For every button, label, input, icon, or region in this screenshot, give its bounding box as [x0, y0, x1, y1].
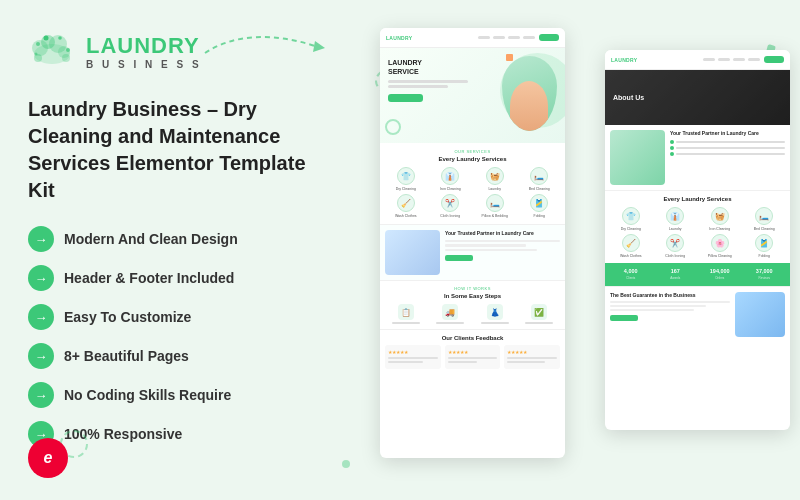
service-item: 🧺 Laundry — [474, 167, 516, 191]
arrow-icon-1 — [28, 265, 54, 291]
step-item: 👗 — [474, 304, 516, 324]
step-item: 📋 — [385, 304, 427, 324]
mockup-nav-logo: LAUNDRY — [386, 35, 412, 41]
nav-link — [748, 58, 760, 61]
service-label: Dry Cleaning — [396, 187, 416, 191]
step-icon: ✅ — [531, 304, 547, 320]
service-item: ✂️ Cloth Ironing — [655, 234, 697, 258]
feature-item: No Coding Skills Require — [28, 382, 330, 408]
nav-link — [478, 36, 490, 39]
service-label: Wash Clothes — [395, 214, 417, 218]
nav-links — [478, 36, 535, 39]
mockup-main: LAUNDRY LAUNDRYSERVICE — [380, 28, 565, 458]
service-label: Bed Cleaning — [529, 187, 550, 191]
step-icon: 👗 — [487, 304, 503, 320]
mockup-hero: LAUNDRYSERVICE — [380, 48, 565, 143]
stat-item: 4,000 Clients — [610, 269, 652, 280]
feedback-card: ★★★★★ — [385, 345, 441, 369]
svg-point-9 — [58, 36, 62, 40]
about-list-item — [670, 152, 785, 156]
service-item: 🎽 Folding — [744, 234, 786, 258]
trusted-image — [385, 230, 440, 275]
about-list-item — [670, 140, 785, 144]
mockup-trusted-section: Your Trusted Partner in Laundry Care — [380, 225, 565, 281]
about-image — [610, 130, 665, 185]
stars: ★★★★★ — [388, 349, 438, 355]
main-heading: Laundry Business – Dry Cleaning and Main… — [28, 96, 330, 204]
service-label: Pillow Cleaning — [708, 254, 732, 258]
service-label: Bed Cleaning — [754, 227, 775, 231]
service-label: Cloth Ironing — [440, 214, 460, 218]
stat-number: 194,000 — [699, 269, 741, 275]
trusted-content: Your Trusted Partner in Laundry Care — [445, 230, 560, 275]
elementor-badge: e — [28, 438, 68, 478]
secondary-services-title: Every Laundry Services — [610, 196, 785, 202]
step-icon: 🚚 — [442, 304, 458, 320]
service-label: Laundry — [488, 187, 501, 191]
feature-label-0: Modern And Clean Design — [64, 231, 238, 247]
deco-orange-square — [506, 54, 513, 61]
feedback-text — [388, 357, 438, 359]
about-list-item — [670, 146, 785, 150]
service-item: 👕 Dry Cleaning — [610, 207, 652, 231]
about-dot — [670, 152, 674, 156]
feature-label-2: Easy To Customize — [64, 309, 191, 325]
trusted-line — [445, 249, 537, 252]
about-hero: About Us — [605, 70, 790, 125]
about-item-text — [676, 147, 785, 149]
service-item: 🛏️ Bed Cleaning — [744, 207, 786, 231]
service-icon: 🌸 — [711, 234, 729, 252]
steps-grid: 📋 🚚 👗 ✅ — [385, 304, 560, 324]
logo-sub: B U S I N E S S — [86, 59, 202, 70]
feedback-text — [448, 357, 498, 359]
secondary-nav-cta — [764, 56, 784, 63]
service-icon: 🧹 — [622, 234, 640, 252]
nav-cta-button — [539, 34, 559, 41]
nav-link — [493, 36, 505, 39]
elementor-letter: e — [44, 449, 53, 467]
feature-list: Modern And Clean Design Header & Footer … — [28, 226, 330, 447]
service-icon: 🎽 — [755, 234, 773, 252]
mockup-feedback-section: Our Clients Feedback ★★★★★ ★★★★★ ★★★★★ — [380, 330, 565, 374]
feedback-card: ★★★★★ — [445, 345, 501, 369]
hero-cta-button — [388, 94, 423, 102]
feedback-title: Our Clients Feedback — [385, 335, 560, 341]
trusted-button — [445, 255, 473, 261]
service-item: 👕 Dry Cleaning — [385, 167, 427, 191]
service-item: 👔 Iron Cleaning — [430, 167, 472, 191]
arrow-icon-2 — [28, 304, 54, 330]
svg-marker-12 — [313, 41, 325, 52]
service-icon: 🧹 — [397, 194, 415, 212]
service-icon: 🛏️ — [486, 194, 504, 212]
logo-text-group: LAUNDRY B U S I N E S S — [86, 35, 202, 70]
secondary-nav-links — [703, 58, 760, 61]
service-item: 🛏️ Pillow & Bedding — [474, 194, 516, 218]
guarantee-content: The Best Guarantee in the Business — [610, 292, 730, 337]
feature-label-1: Header & Footer Included — [64, 270, 234, 286]
feedback-text — [388, 361, 423, 363]
nav-link — [703, 58, 715, 61]
about-title: About Us — [613, 94, 644, 101]
stars: ★★★★★ — [448, 349, 498, 355]
stats-bar: 4,000 Clients 167 Awards 194,000 Orders … — [605, 263, 790, 286]
service-icon: 👔 — [666, 207, 684, 225]
mockup-services-section: OUR SERVICES Every Laundry Services 👕 Dr… — [380, 143, 565, 225]
service-label: Pillow & Bedding — [482, 214, 508, 218]
feature-item: Easy To Customize — [28, 304, 330, 330]
about-item-text — [676, 141, 785, 143]
guarantee-line — [610, 309, 694, 311]
arrow-icon-4 — [28, 382, 54, 408]
feature-item: 8+ Beautiful Pages — [28, 343, 330, 369]
stat-number: 37,000 — [744, 269, 786, 275]
stat-label: Orders — [699, 276, 741, 280]
service-icon: 🛏️ — [755, 207, 773, 225]
service-label: Cloth Ironing — [665, 254, 685, 258]
nav-link — [733, 58, 745, 61]
about-item-text — [676, 153, 785, 155]
service-item: 🧹 Wash Clothes — [610, 234, 652, 258]
service-label: Iron Cleaning — [440, 187, 461, 191]
left-panel: LAUNDRY B U S I N E S S Laundry Business… — [0, 0, 360, 500]
trusted-title: Your Trusted Partner in Laundry Care — [445, 230, 560, 237]
stat-item: 167 Awards — [655, 269, 697, 280]
svg-point-8 — [36, 42, 40, 46]
